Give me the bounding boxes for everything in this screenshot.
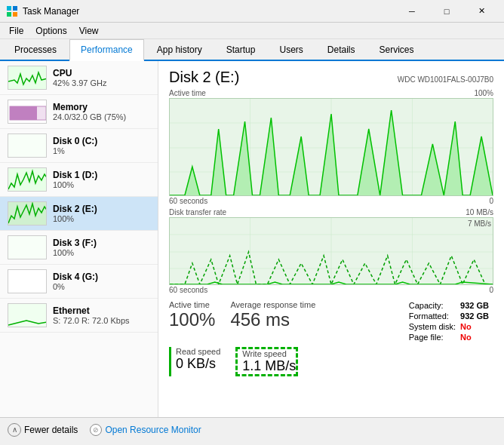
svg-rect-10 [8, 270, 47, 293]
menu-view[interactable]: View [73, 24, 105, 38]
ethernet-value: S: 72.0 R: 72.0 Kbps [53, 316, 150, 325]
disk2-label: Disk 2 (E:) [53, 204, 150, 214]
write-speed-label: Write speed [242, 349, 296, 358]
panel-subtitle: WDC WD1001FALS-00J7B0 [398, 75, 493, 84]
tab-performance[interactable]: Performance [69, 39, 144, 61]
active-time-stat: Active time 100% [169, 300, 215, 330]
sidebar-item-memory[interactable]: Memory 24.0/32.0 GB (75%) [0, 95, 158, 129]
svg-rect-6 [8, 134, 47, 158]
disk2-thumbnail [8, 201, 47, 226]
disk0-info: Disk 0 (C:) 1% [53, 136, 150, 155]
active-time-stat-label: Active time [169, 300, 215, 309]
active-time-chart [169, 98, 493, 196]
tab-services[interactable]: Services [368, 39, 426, 60]
transfer-rate-max: 10 MB/s [466, 208, 493, 216]
tab-processes[interactable]: Processes [3, 39, 68, 60]
disk3-value: 100% [53, 248, 150, 257]
active-time-footer: 60 seconds 0 [169, 197, 493, 205]
open-resource-monitor-button[interactable]: ⊘ Open Resource Monitor [90, 424, 201, 436]
read-speed-value: 0 KB/s [176, 356, 220, 372]
disk1-label: Disk 1 (D:) [53, 170, 150, 180]
close-button[interactable]: ✕ [465, 1, 498, 22]
sidebar-item-ethernet[interactable]: Ethernet S: 72.0 R: 72.0 Kbps [0, 299, 158, 333]
menu-file[interactable]: File [3, 24, 29, 38]
chevron-up-icon: ∧ [8, 423, 21, 437]
read-speed-block: Read speed 0 KB/s [169, 347, 220, 376]
page-file-label: Page file: [409, 332, 460, 342]
stats-row: Active time 100% Average response time 4… [169, 300, 493, 342]
tab-users[interactable]: Users [268, 39, 314, 60]
disk2-info: Disk 2 (E:) 100% [53, 204, 150, 223]
avg-response-stat: Average response time 456 ms [230, 300, 315, 330]
window-controls: ─ □ ✕ [395, 1, 498, 22]
disk1-thumbnail [8, 167, 47, 192]
rate-label: 7 MB/s [468, 219, 491, 228]
memory-info: Memory 24.0/32.0 GB (75%) [53, 102, 150, 121]
window-title: Task Manager [23, 6, 395, 17]
sidebar-item-cpu[interactable]: CPU 42% 3.97 GHz [0, 61, 158, 95]
transfer-rate-header: Disk transfer rate 10 MB/s [169, 208, 493, 216]
cpu-info: CPU 42% 3.97 GHz [53, 68, 150, 87]
disk1-info: Disk 1 (D:) 100% [53, 170, 150, 189]
panel-title: Disk 2 (E:) [169, 69, 239, 86]
disk1-value: 100% [53, 180, 150, 189]
minimize-button[interactable]: ─ [395, 1, 429, 22]
disk0-label: Disk 0 (C:) [53, 136, 150, 146]
title-bar: Task Manager ─ □ ✕ [0, 0, 504, 23]
maximize-button[interactable]: □ [430, 1, 463, 22]
tab-details[interactable]: Details [316, 39, 367, 60]
memory-thumbnail [8, 100, 47, 124]
sidebar-item-disk1[interactable]: Disk 1 (D:) 100% [0, 163, 158, 197]
right-stats: Capacity: 932 GB Formatted: 932 GB Syste… [409, 300, 493, 342]
main-content: CPU 42% 3.97 GHz Memory 24.0/32.0 GB (75… [0, 61, 504, 417]
capacity-label: Capacity: [409, 300, 460, 311]
disk0-value: 1% [53, 146, 150, 155]
formatted-value: 932 GB [460, 311, 493, 321]
avg-response-label: Average response time [230, 300, 315, 309]
active-time-label: Active time [169, 89, 206, 97]
svg-rect-0 [7, 6, 11, 11]
transfer-rate-chart-container: Disk transfer rate 10 MB/s 7 MB/s [169, 208, 493, 294]
chart2-time-label: 60 seconds [169, 286, 207, 294]
open-resource-monitor-label: Open Resource Monitor [105, 425, 201, 435]
ethernet-thumbnail [8, 303, 47, 327]
read-speed-label: Read speed [176, 347, 220, 356]
tab-bar: Processes Performance App history Startu… [0, 39, 504, 61]
app-icon [6, 5, 18, 17]
tab-startup[interactable]: Startup [215, 39, 267, 60]
svg-rect-1 [13, 6, 17, 11]
active-time-header: Active time 100% [169, 89, 493, 97]
sidebar: CPU 42% 3.97 GHz Memory 24.0/32.0 GB (75… [0, 61, 158, 417]
menu-options[interactable]: Options [29, 24, 72, 38]
disk0-thumbnail [8, 134, 47, 158]
resource-monitor-icon: ⊘ [90, 424, 102, 436]
memory-value: 24.0/32.0 GB (75%) [53, 112, 150, 121]
chart1-zero-label: 0 [489, 197, 493, 205]
write-speed-value: 1.1 MB/s [242, 358, 296, 374]
avg-response-value: 456 ms [230, 309, 315, 330]
svg-rect-8 [8, 202, 47, 226]
sidebar-item-disk0[interactable]: Disk 0 (C:) 1% [0, 129, 158, 163]
panel-header: Disk 2 (E:) WDC WD1001FALS-00J7B0 [169, 69, 493, 86]
cpu-value: 42% 3.97 GHz [53, 78, 150, 87]
fewer-details-button[interactable]: ∧ Fewer details [8, 423, 78, 437]
tab-app-history[interactable]: App history [146, 39, 214, 60]
transfer-rate-label: Disk transfer rate [169, 208, 226, 216]
system-disk-label: System disk: [409, 321, 460, 332]
svg-rect-5 [10, 106, 37, 120]
capacity-value: 932 GB [460, 300, 493, 311]
svg-rect-9 [8, 236, 47, 259]
page-file-value: No [460, 332, 493, 342]
sidebar-item-disk4[interactable]: Disk 4 (G:) 0% [0, 265, 158, 299]
system-disk-value: No [460, 321, 493, 332]
cpu-label: CPU [53, 68, 150, 78]
menu-bar: File Options View [0, 23, 504, 39]
speed-row: Read speed 0 KB/s Write speed 1.1 MB/s [169, 347, 493, 376]
transfer-rate-footer: 60 seconds 0 [169, 286, 493, 294]
sidebar-item-disk2[interactable]: Disk 2 (E:) 100% [0, 197, 158, 231]
disk4-value: 0% [53, 282, 150, 291]
transfer-rate-chart: 7 MB/s [169, 217, 493, 285]
sidebar-item-disk3[interactable]: Disk 3 (F:) 100% [0, 231, 158, 265]
active-time-chart-container: Active time 100% 60 seconds [169, 89, 493, 205]
disk3-thumbnail [8, 235, 47, 259]
